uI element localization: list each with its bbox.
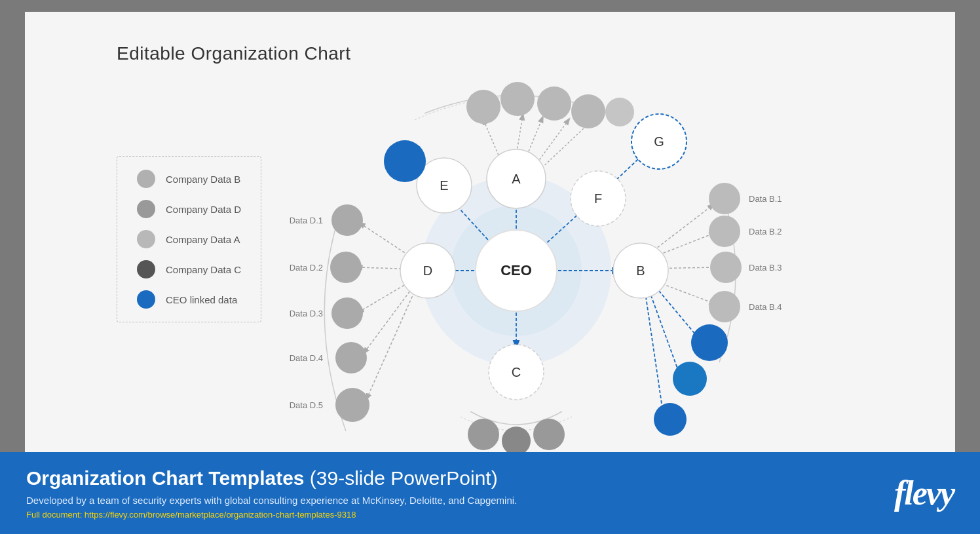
- footer-text-block: Organization Chart Templates (39-slide P…: [26, 467, 517, 520]
- footer-title-normal: (39-slide PowerPoint): [305, 467, 498, 489]
- svg-text:CEO: CEO: [500, 262, 532, 278]
- footer-title: Organization Chart Templates (39-slide P…: [26, 467, 517, 489]
- footer-link[interactable]: Full document: https://flevy.com/browse/…: [26, 510, 517, 520]
- footer-logo: flevy: [894, 474, 954, 512]
- svg-text:Data B.4: Data B.4: [749, 302, 782, 312]
- svg-line-17: [367, 284, 418, 398]
- footer-bar: Organization Chart Templates (39-slide P…: [0, 452, 980, 534]
- svg-point-44: [466, 90, 500, 124]
- svg-point-61: [468, 419, 499, 450]
- svg-point-63: [533, 419, 565, 450]
- svg-text:B: B: [636, 263, 645, 278]
- footer-description: Developed by a team of security experts …: [26, 495, 517, 506]
- svg-point-51: [331, 297, 363, 329]
- svg-point-54: [709, 183, 740, 214]
- svg-point-50: [330, 252, 362, 283]
- svg-point-55: [709, 216, 740, 247]
- org-chart-svg: CEO A B C D E F G: [25, 12, 955, 452]
- svg-point-46: [537, 86, 571, 121]
- svg-text:E: E: [440, 178, 448, 193]
- svg-text:Data B.3: Data B.3: [749, 263, 782, 273]
- svg-text:Data B.2: Data B.2: [749, 227, 782, 237]
- svg-point-56: [710, 252, 742, 283]
- svg-point-49: [331, 204, 363, 236]
- svg-point-53: [335, 388, 369, 422]
- svg-text:Data D.5: Data D.5: [290, 400, 323, 410]
- svg-text:D: D: [423, 263, 432, 278]
- svg-point-52: [335, 342, 367, 373]
- svg-text:Data D.3: Data D.3: [290, 309, 323, 318]
- svg-text:Data B.1: Data B.1: [749, 194, 782, 204]
- svg-text:Data D.1: Data D.1: [290, 216, 323, 225]
- svg-text:A: A: [512, 172, 521, 186]
- svg-point-48: [605, 98, 634, 126]
- svg-text:G: G: [654, 134, 664, 149]
- svg-point-60: [654, 403, 687, 436]
- svg-text:Data D.4: Data D.4: [290, 353, 323, 363]
- logo-text: flevy: [894, 474, 954, 512]
- footer-title-bold: Organization Chart Templates: [26, 467, 305, 489]
- svg-text:Data D.2: Data D.2: [290, 263, 323, 273]
- svg-point-47: [571, 94, 605, 128]
- svg-point-45: [500, 82, 535, 116]
- svg-point-62: [502, 427, 531, 452]
- svg-point-43: [384, 140, 426, 182]
- slide-container: Editable Organization Chart Company Data…: [25, 12, 955, 452]
- svg-point-58: [691, 324, 728, 361]
- svg-text:C: C: [512, 365, 521, 379]
- svg-point-59: [673, 362, 707, 396]
- svg-text:F: F: [594, 191, 602, 206]
- svg-point-57: [709, 291, 740, 322]
